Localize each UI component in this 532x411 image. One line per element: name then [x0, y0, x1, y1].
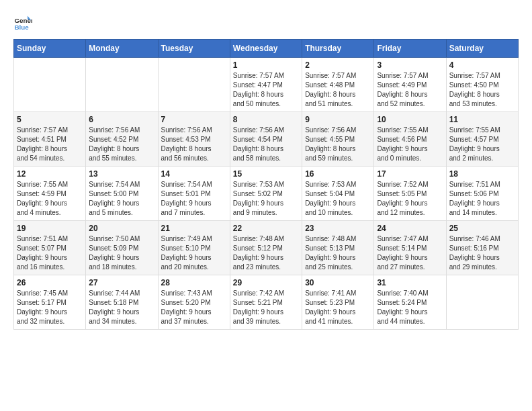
- calendar-table: SundayMondayTuesdayWednesdayThursdayFrid…: [13, 39, 519, 330]
- calendar-week-row: 12Sunrise: 7:55 AM Sunset: 4:59 PM Dayli…: [14, 167, 519, 221]
- day-number: 16: [305, 169, 371, 179]
- header-monday: Monday: [86, 40, 158, 58]
- day-info: Sunrise: 7:52 AM Sunset: 5:05 PM Dayligh…: [377, 180, 443, 218]
- day-info: Sunrise: 7:48 AM Sunset: 5:12 PM Dayligh…: [233, 234, 299, 272]
- header-sunday: Sunday: [14, 40, 86, 58]
- day-number: 5: [17, 115, 83, 124]
- day-info: Sunrise: 7:54 AM Sunset: 5:01 PM Dayligh…: [161, 180, 227, 218]
- calendar-week-row: 5Sunrise: 7:57 AM Sunset: 4:51 PM Daylig…: [14, 112, 519, 167]
- calendar-cell: 6Sunrise: 7:56 AM Sunset: 4:52 PM Daylig…: [86, 112, 158, 167]
- day-number: 27: [89, 278, 154, 287]
- day-number: 10: [377, 115, 443, 124]
- calendar-cell: 10Sunrise: 7:55 AM Sunset: 4:56 PM Dayli…: [374, 112, 446, 167]
- calendar-cell: 5Sunrise: 7:57 AM Sunset: 4:51 PM Daylig…: [14, 112, 86, 167]
- day-info: Sunrise: 7:57 AM Sunset: 4:49 PM Dayligh…: [377, 71, 443, 109]
- calendar-cell: 18Sunrise: 7:51 AM Sunset: 5:06 PM Dayli…: [446, 167, 518, 221]
- day-number: 31: [377, 278, 443, 287]
- day-info: Sunrise: 7:51 AM Sunset: 5:06 PM Dayligh…: [449, 180, 515, 218]
- calendar-cell: 21Sunrise: 7:49 AM Sunset: 5:10 PM Dayli…: [158, 221, 230, 275]
- day-info: Sunrise: 7:49 AM Sunset: 5:10 PM Dayligh…: [161, 234, 227, 272]
- day-info: Sunrise: 7:44 AM Sunset: 5:18 PM Dayligh…: [89, 289, 154, 326]
- logo-icon: General Blue: [13, 13, 32, 32]
- calendar-cell: 23Sunrise: 7:48 AM Sunset: 5:13 PM Dayli…: [302, 221, 374, 275]
- day-number: 28: [161, 278, 227, 287]
- calendar-cell: 15Sunrise: 7:53 AM Sunset: 5:02 PM Dayli…: [230, 167, 302, 221]
- calendar-cell: [158, 58, 230, 112]
- calendar-cell: 16Sunrise: 7:53 AM Sunset: 5:04 PM Dayli…: [302, 167, 374, 221]
- header-tuesday: Tuesday: [158, 40, 230, 58]
- day-number: 2: [305, 60, 371, 70]
- calendar-cell: 20Sunrise: 7:50 AM Sunset: 5:09 PM Dayli…: [86, 221, 158, 275]
- day-number: 8: [233, 115, 299, 124]
- day-info: Sunrise: 7:45 AM Sunset: 5:17 PM Dayligh…: [17, 289, 83, 326]
- day-info: Sunrise: 7:42 AM Sunset: 5:21 PM Dayligh…: [233, 289, 299, 326]
- day-info: Sunrise: 7:48 AM Sunset: 5:13 PM Dayligh…: [305, 234, 371, 272]
- day-info: Sunrise: 7:43 AM Sunset: 5:20 PM Dayligh…: [161, 289, 227, 326]
- day-number: 24: [377, 224, 443, 233]
- calendar-cell: 1Sunrise: 7:57 AM Sunset: 4:47 PM Daylig…: [230, 58, 302, 112]
- calendar-week-row: 19Sunrise: 7:51 AM Sunset: 5:07 PM Dayli…: [14, 221, 519, 275]
- day-info: Sunrise: 7:56 AM Sunset: 4:54 PM Dayligh…: [233, 126, 299, 163]
- header-thursday: Thursday: [302, 40, 374, 58]
- day-number: 23: [305, 224, 371, 233]
- svg-text:Blue: Blue: [14, 24, 29, 31]
- day-number: 4: [449, 60, 515, 70]
- calendar-cell: 25Sunrise: 7:46 AM Sunset: 5:16 PM Dayli…: [446, 221, 518, 275]
- logo: General Blue: [13, 13, 35, 32]
- day-info: Sunrise: 7:46 AM Sunset: 5:16 PM Dayligh…: [449, 234, 515, 272]
- day-number: 18: [449, 169, 515, 179]
- day-number: 13: [89, 169, 154, 179]
- day-number: 15: [233, 169, 299, 179]
- calendar-cell: 11Sunrise: 7:55 AM Sunset: 4:57 PM Dayli…: [446, 112, 518, 167]
- day-number: 1: [233, 60, 299, 70]
- day-number: 17: [377, 169, 443, 179]
- day-info: Sunrise: 7:57 AM Sunset: 4:47 PM Dayligh…: [233, 71, 299, 109]
- day-number: 26: [17, 278, 83, 287]
- calendar-cell: [86, 58, 158, 112]
- day-number: 11: [449, 115, 515, 124]
- header-saturday: Saturday: [446, 40, 518, 58]
- day-info: Sunrise: 7:47 AM Sunset: 5:14 PM Dayligh…: [377, 234, 443, 272]
- calendar-cell: 9Sunrise: 7:56 AM Sunset: 4:55 PM Daylig…: [302, 112, 374, 167]
- day-number: 25: [449, 224, 515, 233]
- calendar-cell: 22Sunrise: 7:48 AM Sunset: 5:12 PM Dayli…: [230, 221, 302, 275]
- calendar-cell: 24Sunrise: 7:47 AM Sunset: 5:14 PM Dayli…: [374, 221, 446, 275]
- calendar-cell: 31Sunrise: 7:40 AM Sunset: 5:24 PM Dayli…: [374, 275, 446, 330]
- day-info: Sunrise: 7:53 AM Sunset: 5:04 PM Dayligh…: [305, 180, 371, 218]
- day-info: Sunrise: 7:53 AM Sunset: 5:02 PM Dayligh…: [233, 180, 299, 218]
- calendar-cell: 28Sunrise: 7:43 AM Sunset: 5:20 PM Dayli…: [158, 275, 230, 330]
- calendar-cell: 7Sunrise: 7:56 AM Sunset: 4:53 PM Daylig…: [158, 112, 230, 167]
- day-number: 30: [305, 278, 371, 287]
- day-number: 9: [305, 115, 371, 124]
- calendar-cell: 14Sunrise: 7:54 AM Sunset: 5:01 PM Dayli…: [158, 167, 230, 221]
- day-info: Sunrise: 7:55 AM Sunset: 4:56 PM Dayligh…: [377, 126, 443, 163]
- day-number: 12: [17, 169, 83, 179]
- page-header: General Blue: [13, 13, 519, 32]
- calendar-cell: 2Sunrise: 7:57 AM Sunset: 4:48 PM Daylig…: [302, 58, 374, 112]
- calendar-cell: 29Sunrise: 7:42 AM Sunset: 5:21 PM Dayli…: [230, 275, 302, 330]
- calendar-cell: 13Sunrise: 7:54 AM Sunset: 5:00 PM Dayli…: [86, 167, 158, 221]
- day-number: 22: [233, 224, 299, 233]
- day-info: Sunrise: 7:55 AM Sunset: 4:57 PM Dayligh…: [449, 126, 515, 163]
- day-number: 14: [161, 169, 227, 179]
- day-info: Sunrise: 7:57 AM Sunset: 4:51 PM Dayligh…: [17, 126, 83, 163]
- header-friday: Friday: [374, 40, 446, 58]
- day-info: Sunrise: 7:57 AM Sunset: 4:50 PM Dayligh…: [449, 71, 515, 109]
- calendar-cell: 26Sunrise: 7:45 AM Sunset: 5:17 PM Dayli…: [14, 275, 86, 330]
- calendar-week-row: 1Sunrise: 7:57 AM Sunset: 4:47 PM Daylig…: [14, 58, 519, 112]
- day-info: Sunrise: 7:56 AM Sunset: 4:55 PM Dayligh…: [305, 126, 371, 163]
- day-number: 20: [89, 224, 154, 233]
- calendar-cell: 12Sunrise: 7:55 AM Sunset: 4:59 PM Dayli…: [14, 167, 86, 221]
- calendar-header-row: SundayMondayTuesdayWednesdayThursdayFrid…: [14, 40, 519, 58]
- header-wednesday: Wednesday: [230, 40, 302, 58]
- day-info: Sunrise: 7:51 AM Sunset: 5:07 PM Dayligh…: [17, 234, 83, 272]
- day-number: 3: [377, 60, 443, 70]
- day-info: Sunrise: 7:41 AM Sunset: 5:23 PM Dayligh…: [305, 289, 371, 326]
- day-number: 21: [161, 224, 227, 233]
- day-number: 7: [161, 115, 227, 124]
- day-info: Sunrise: 7:50 AM Sunset: 5:09 PM Dayligh…: [89, 234, 154, 272]
- day-info: Sunrise: 7:54 AM Sunset: 5:00 PM Dayligh…: [89, 180, 154, 218]
- calendar-week-row: 26Sunrise: 7:45 AM Sunset: 5:17 PM Dayli…: [14, 275, 519, 330]
- calendar-cell: 3Sunrise: 7:57 AM Sunset: 4:49 PM Daylig…: [374, 58, 446, 112]
- calendar-cell: 30Sunrise: 7:41 AM Sunset: 5:23 PM Dayli…: [302, 275, 374, 330]
